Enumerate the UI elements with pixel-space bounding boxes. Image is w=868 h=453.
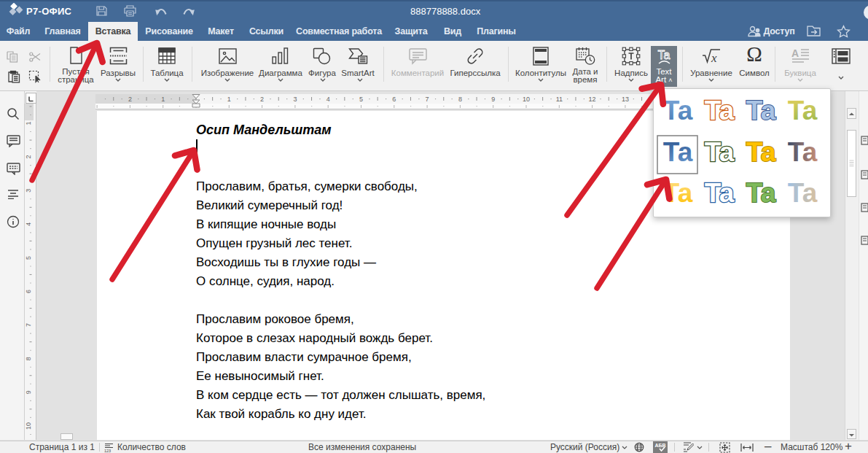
svg-text:7: 7 — [25, 323, 32, 327]
svg-text:А: А — [791, 48, 799, 59]
svg-text:Ta: Ta — [663, 178, 693, 208]
svg-text:11: 11 — [556, 96, 563, 103]
svg-text:9: 9 — [491, 96, 495, 103]
svg-text:x: x — [711, 51, 717, 64]
svg-text:5: 5 — [25, 256, 32, 260]
svg-text:Ta: Ta — [705, 96, 735, 125]
svg-text:3: 3 — [293, 96, 297, 103]
svg-text:4: 4 — [25, 222, 32, 226]
svg-text:Ta: Ta — [788, 137, 818, 167]
svg-text:123: 123 — [104, 449, 111, 453]
svg-text:Ta: Ta — [746, 137, 776, 167]
svg-text:8: 8 — [458, 96, 462, 103]
svg-text:5: 5 — [359, 96, 363, 103]
svg-text:3: 3 — [25, 189, 32, 193]
svg-text:7: 7 — [426, 96, 429, 103]
svg-text:12: 12 — [589, 96, 596, 103]
svg-text:4: 4 — [327, 96, 330, 103]
svg-text:2: 2 — [128, 96, 132, 103]
svg-text:9: 9 — [25, 390, 32, 394]
svg-text:8: 8 — [25, 357, 32, 360]
svg-text:2: 2 — [260, 96, 264, 103]
svg-text:1: 1 — [25, 121, 32, 125]
svg-text:Ta: Ta — [705, 178, 735, 208]
svg-text:10: 10 — [25, 422, 32, 430]
svg-text:Ta: Ta — [788, 178, 818, 208]
svg-text:Ta: Ta — [746, 96, 776, 125]
svg-text:Ta: Ta — [746, 178, 776, 208]
svg-text:Ta: Ta — [658, 49, 670, 61]
svg-text:6: 6 — [392, 96, 396, 103]
svg-text:1: 1 — [161, 96, 165, 103]
svg-text:13: 13 — [622, 96, 629, 103]
svg-text:6: 6 — [25, 290, 32, 293]
svg-text:Ta: Ta — [663, 137, 693, 167]
svg-text:Ta: Ta — [705, 137, 735, 167]
svg-text:2: 2 — [25, 155, 32, 159]
svg-text:10: 10 — [523, 96, 530, 103]
svg-text:Ta: Ta — [663, 96, 693, 125]
svg-text:Ta: Ta — [788, 96, 818, 125]
svg-text:1: 1 — [227, 96, 231, 103]
